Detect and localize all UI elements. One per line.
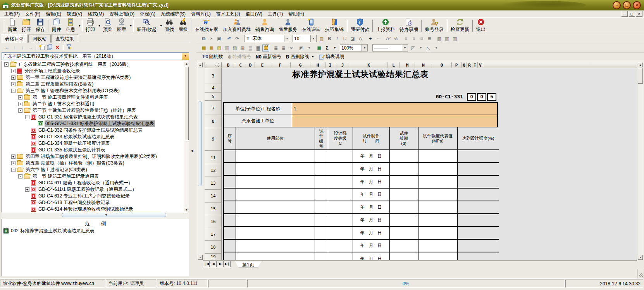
tab-recycle-bin[interactable]: 回收站 xyxy=(28,34,51,43)
dropdown-arrow-icon[interactable]: ▼ xyxy=(160,24,162,27)
table-cell[interactable] xyxy=(418,150,457,163)
combo-arrow-icon[interactable]: ▼ xyxy=(284,35,290,42)
date-cell[interactable]: 年 月 日 xyxy=(353,163,389,175)
table-cell[interactable] xyxy=(418,227,457,239)
expand-icon[interactable]: + xyxy=(18,102,22,106)
table-cell[interactable] xyxy=(457,214,499,227)
table-cell[interactable] xyxy=(328,175,353,188)
add-form-icon[interactable] xyxy=(38,44,46,51)
table-cell[interactable] xyxy=(389,175,418,188)
column-header[interactable]: V xyxy=(478,62,483,68)
table-cell[interactable] xyxy=(224,252,236,260)
tab-search-results[interactable]: 查找结果 xyxy=(51,34,78,43)
form-code[interactable]: GD-C1-331 xyxy=(436,94,463,100)
table-cell[interactable] xyxy=(457,239,499,252)
column-header[interactable]: B xyxy=(222,62,235,68)
menu-view[interactable]: 视图(V) xyxy=(64,10,85,18)
diagonal-dropdown-icon[interactable]: ▼ xyxy=(417,45,424,51)
table-cell[interactable] xyxy=(418,163,457,175)
menu-format[interactable]: 格式(M) xyxy=(85,10,107,18)
table-cell[interactable] xyxy=(328,201,353,214)
table-cell[interactable] xyxy=(418,214,457,227)
sheet-right-scrollbar[interactable]: ▲ ▼ xyxy=(637,62,643,260)
first-sheet-icon[interactable]: ❘◀ xyxy=(203,261,210,267)
merge-special-icon[interactable]: ▩ xyxy=(239,45,246,51)
tree-item[interactable]: +XGD-C4-611/1 隐蔽工程验收记录（通用表式二） xyxy=(2,186,189,193)
random-number-button[interactable]: 1²3 随机数 xyxy=(202,53,223,60)
row-header[interactable]: 18 xyxy=(205,241,222,254)
redo-icon[interactable]: ↷ xyxy=(234,35,241,42)
menu-edit[interactable]: 编辑(E) xyxy=(43,10,64,18)
table-cell[interactable] xyxy=(315,201,328,214)
table-cell[interactable] xyxy=(236,175,315,188)
close-button[interactable]: × xyxy=(633,1,641,9)
expand-icon[interactable]: + xyxy=(18,95,22,100)
column-header[interactable]: T xyxy=(472,62,478,68)
cut-icon[interactable]: ✂ xyxy=(208,35,215,42)
column-header[interactable]: J xyxy=(335,62,350,68)
sheet-tab-page1[interactable]: 第1页 xyxy=(235,261,262,268)
special-symbol-button[interactable]: ⊕ 特殊符号 xyxy=(227,53,251,60)
table-cell[interactable] xyxy=(224,201,236,214)
table-cell[interactable] xyxy=(224,188,236,201)
row-header[interactable]: 16 xyxy=(205,215,222,228)
info-button[interactable]: 信息 ▼ xyxy=(64,18,81,34)
format-painter-icon[interactable]: ▨ xyxy=(318,35,325,42)
menu-tools[interactable]: 工具(T) xyxy=(265,10,286,18)
tree-item[interactable]: +第二节 施工技术文件资料通用 xyxy=(2,101,189,107)
row-header[interactable]: 12 xyxy=(205,164,222,177)
collapse-icon[interactable]: - xyxy=(18,174,22,178)
tree-item[interactable]: XGD-C1-334 混凝土抗压强度计算表 xyxy=(2,140,189,147)
print-button[interactable]: 打印 ▼ xyxy=(83,18,101,34)
strikeline-button[interactable]: Đ 画删除线 ▼ xyxy=(286,53,314,60)
tree-item[interactable]: +分部分项工程质量验收记录 xyxy=(2,68,189,74)
table-cell[interactable] xyxy=(418,175,457,188)
fill-pattern-icon[interactable]: ▒ xyxy=(247,45,254,51)
bold-icon[interactable]: B xyxy=(326,35,333,42)
superscript-icon[interactable]: b² xyxy=(385,35,392,42)
tree-item[interactable]: -第三章 施工管理和技术文件资料用表(C1类表) xyxy=(2,88,189,94)
resize-grip[interactable] xyxy=(637,269,644,278)
merge-across-icon[interactable]: ▧ xyxy=(216,45,223,51)
save-button[interactable]: 保存 xyxy=(33,18,47,34)
date-cell[interactable]: 年 月 日 xyxy=(353,227,389,239)
mdi-restore-button[interactable]: □ xyxy=(629,11,635,17)
column-header[interactable]: F xyxy=(270,62,291,68)
payment-button[interactable]: ¥ 我要付款 xyxy=(348,18,372,34)
align-center-icon[interactable]: ≡ xyxy=(410,35,417,42)
vertical-text-mid-icon[interactable]: ▥ xyxy=(444,35,451,42)
exit-button[interactable]: 退出 xyxy=(474,18,488,34)
table-cell[interactable] xyxy=(315,163,328,175)
row-header[interactable]: 7 xyxy=(205,102,222,115)
online-class-button[interactable]: 在线课堂 xyxy=(300,18,323,34)
insert-row-icon[interactable]: + xyxy=(367,35,374,42)
collapse-icon[interactable]: - xyxy=(11,89,15,93)
fraction-icon[interactable]: ⅛ xyxy=(393,35,399,42)
dropdown-arrow-icon[interactable]: ▼ xyxy=(312,55,314,58)
contractor-input[interactable] xyxy=(292,115,497,127)
date-cell[interactable]: 年 月 日 xyxy=(353,239,389,252)
dropdown-arrow-icon[interactable]: ▼ xyxy=(78,24,81,27)
row-header[interactable]: 9 xyxy=(205,128,222,151)
dropdown-arrow-icon[interactable]: ▼ xyxy=(98,24,101,27)
preview-button[interactable]: 预览 xyxy=(101,18,115,34)
table-cell[interactable] xyxy=(389,150,418,163)
menu-maintain[interactable]: 系统维护(S) xyxy=(158,10,188,18)
select-dropdown-icon[interactable]: ▼ xyxy=(306,45,313,51)
scroll-up-icon[interactable]: ▲ xyxy=(638,62,643,67)
align-right-icon[interactable]: ≡ xyxy=(418,35,425,42)
clear-format-icon[interactable]: ✑ xyxy=(288,45,295,51)
align-left-icon[interactable]: ≡ xyxy=(403,35,410,42)
column-header[interactable]: H xyxy=(310,62,325,68)
date-cell[interactable]: 年 月 日 xyxy=(353,214,389,227)
example-item[interactable]: X 002-标准养护混凝土试块试验结果汇总表 xyxy=(2,227,189,234)
table-cell[interactable] xyxy=(418,239,457,252)
table-cell[interactable] xyxy=(418,188,457,201)
tree-item[interactable]: XGD-C4-611 隐蔽工程验收记录（通用表式一） xyxy=(2,180,189,186)
tree-horizontal-scrollbar[interactable]: ▼ xyxy=(2,213,189,218)
column-header[interactable]: L xyxy=(387,62,400,68)
new-button[interactable]: 新建 xyxy=(5,18,19,34)
fill-note-button[interactable]: 填表说明 xyxy=(319,53,344,60)
renumber-button[interactable]: NO 重新编号 xyxy=(256,53,281,60)
table-cell[interactable] xyxy=(328,188,353,201)
